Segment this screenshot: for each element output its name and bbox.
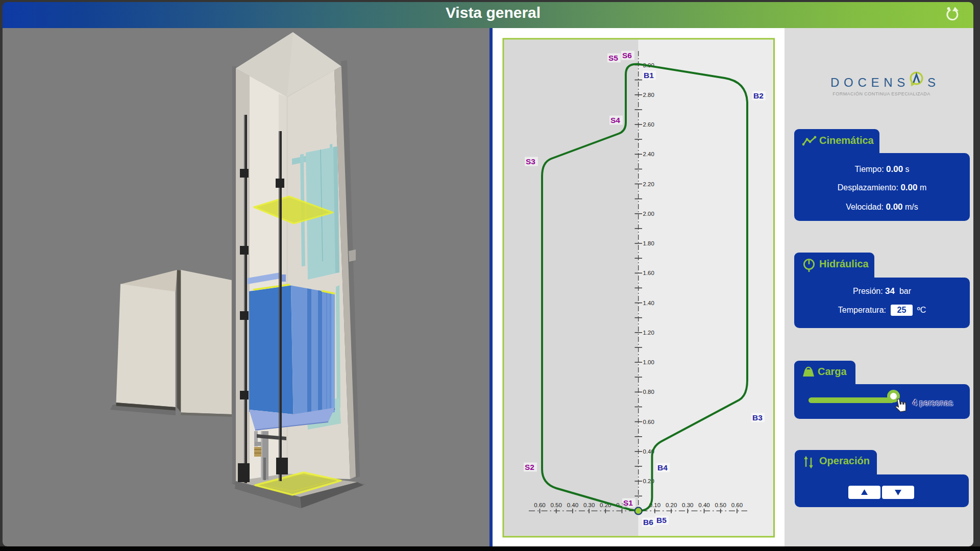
svg-text:0.50: 0.50 xyxy=(551,502,562,508)
svg-text:1.20: 1.20 xyxy=(643,330,654,336)
svg-text:2.40: 2.40 xyxy=(643,151,654,157)
svg-text:B5: B5 xyxy=(656,516,667,524)
svg-text:0.30: 0.30 xyxy=(583,502,595,508)
svg-text:0.50: 0.50 xyxy=(715,502,726,508)
svg-text:S2: S2 xyxy=(525,463,534,471)
svg-text:B3: B3 xyxy=(752,413,763,422)
svg-text:S5: S5 xyxy=(608,54,618,62)
svg-text:B6: B6 xyxy=(643,518,653,527)
svg-text:0.40: 0.40 xyxy=(567,502,578,508)
svg-text:1.40: 1.40 xyxy=(643,300,654,306)
svg-text:2.60: 2.60 xyxy=(643,121,654,128)
svg-text:B1: B1 xyxy=(644,71,654,80)
svg-text:0.80: 0.80 xyxy=(643,389,654,395)
svg-text:S1: S1 xyxy=(623,498,633,507)
svg-text:2.20: 2.20 xyxy=(643,181,654,187)
svg-text:0.40: 0.40 xyxy=(698,502,709,508)
svg-text:0.30: 0.30 xyxy=(682,502,693,508)
svg-text:S6: S6 xyxy=(622,51,632,60)
svg-text:1.60: 1.60 xyxy=(643,270,654,276)
svg-text:0.60: 0.60 xyxy=(731,502,743,508)
svg-text:0.60: 0.60 xyxy=(534,502,545,508)
svg-text:2.80: 2.80 xyxy=(643,92,654,98)
svg-text:2.00: 2.00 xyxy=(643,211,654,217)
svg-text:B4: B4 xyxy=(657,463,668,472)
svg-text:1.80: 1.80 xyxy=(643,240,654,246)
svg-text:1.00: 1.00 xyxy=(643,359,654,365)
svg-text:0.20: 0.20 xyxy=(666,502,677,508)
svg-text:S3: S3 xyxy=(526,157,535,166)
svg-text:0.60: 0.60 xyxy=(643,419,654,425)
svg-text:S4: S4 xyxy=(610,116,620,124)
svg-text:B2: B2 xyxy=(753,91,764,100)
